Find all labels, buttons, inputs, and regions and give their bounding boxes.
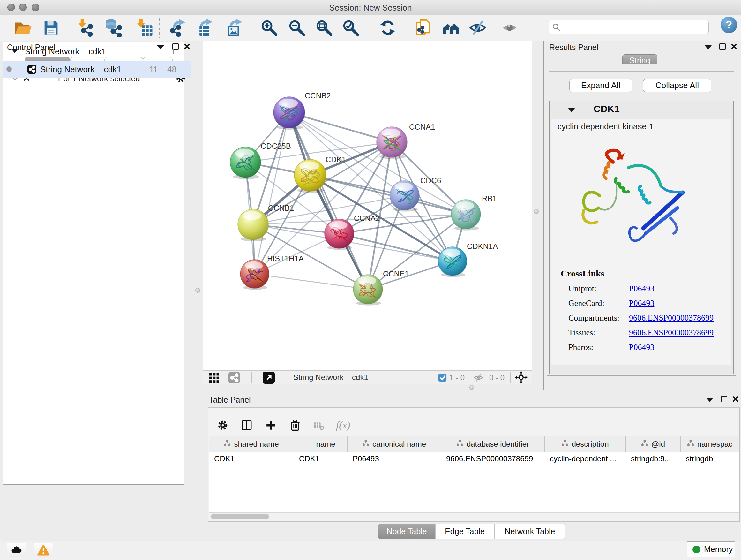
cell-shared-name[interactable]: CDK1 <box>209 452 294 465</box>
export-image-icon[interactable] <box>225 19 243 37</box>
warning-button[interactable] <box>34 543 53 557</box>
network-edge[interactable] <box>310 175 466 214</box>
network-canvas[interactable]: CCNB2CCNA1CDC25BCDK1CDC6RB1CCNB1CCNA2CDK… <box>203 41 532 370</box>
string-results-box: Expand All Collapse All CDK1 cyclin-depe… <box>547 64 736 376</box>
results-panel-menu-icon[interactable] <box>704 45 712 50</box>
table-panel-close-icon[interactable] <box>732 396 739 402</box>
cell-namespace[interactable]: stringdb <box>681 452 739 465</box>
create-column-plus-icon[interactable] <box>265 419 277 431</box>
zoom-selected-icon[interactable] <box>342 19 360 37</box>
zoom-fit-icon[interactable] <box>315 19 333 37</box>
tab-edge-table[interactable]: Edge Table <box>435 523 494 539</box>
control-panel: Control Panel Network Style Select Sets … <box>3 42 192 539</box>
network-view-share-icon[interactable] <box>228 372 240 383</box>
column-header-description[interactable]: description <box>545 436 626 452</box>
status-bar: Memory <box>0 541 741 560</box>
selected-checkbox-icon[interactable] <box>438 373 447 382</box>
toolbar-separator <box>373 18 374 38</box>
network-row-selected[interactable]: String Network – cdk1 11 48 <box>3 61 192 78</box>
collapse-all-button[interactable]: Collapse All <box>643 79 711 92</box>
cloud-button[interactable] <box>7 543 26 557</box>
memory-button[interactable]: Memory <box>687 542 735 557</box>
table-header-row: shared name name canonical name database… <box>209 436 739 452</box>
help-icon[interactable]: ? <box>721 17 737 33</box>
network-graph[interactable] <box>203 41 533 370</box>
string-network-icon <box>27 65 37 74</box>
scrollbar-thumb[interactable] <box>211 514 269 519</box>
zoom-out-icon[interactable] <box>288 19 306 37</box>
column-header-namespace[interactable]: namespac <box>681 436 739 452</box>
show-all-networks-icon[interactable] <box>442 19 460 37</box>
table-panel-menu-icon[interactable] <box>706 398 713 402</box>
import-table-icon[interactable] <box>135 19 153 37</box>
hide-selected-eye-slash-icon[interactable] <box>469 19 487 37</box>
node-label-cdk1: CDK1 <box>326 155 346 164</box>
collection-name: String Network – cdk1 <box>25 47 106 57</box>
table-panel-float-icon[interactable] <box>721 396 727 402</box>
zoom-in-icon[interactable] <box>260 19 278 37</box>
network-node-ccne1[interactable] <box>353 274 383 306</box>
network-node-ccnb1[interactable] <box>238 209 268 241</box>
network-node-hist1h1a[interactable] <box>240 260 269 290</box>
birdseye-view-icon[interactable] <box>263 372 275 384</box>
left-splitter-handle[interactable] <box>195 288 200 293</box>
crosslink-tissues-link[interactable]: 9606.ENSP00000378699 <box>629 328 714 337</box>
cell-name[interactable]: CDK1 <box>294 452 347 465</box>
delete-column-trash-icon[interactable] <box>289 419 301 431</box>
column-header-name[interactable]: name <box>294 436 347 452</box>
network-edge[interactable] <box>255 112 289 274</box>
grid-view-icon[interactable] <box>209 372 220 383</box>
network-node-cdk1[interactable] <box>294 159 326 193</box>
cell-description[interactable]: cyclin-dependent ... <box>545 452 626 465</box>
title-bar: Session: New Session <box>0 0 741 15</box>
import-network-database-icon[interactable] <box>105 19 122 37</box>
cell-canonical-name[interactable]: P06493 <box>347 452 441 465</box>
search-input[interactable] <box>563 21 704 32</box>
results-panel-close-icon[interactable] <box>731 44 737 50</box>
crosslink-uniprot-link[interactable]: P06493 <box>629 284 654 294</box>
tab-network-table[interactable]: Network Table <box>494 523 565 539</box>
network-collection-row[interactable]: String Network – cdk1 1 <box>3 44 192 60</box>
crosslink-compartments-link[interactable]: 9606.ENSP00000378699 <box>629 313 714 323</box>
search-field[interactable] <box>549 20 709 35</box>
right-splitter-handle[interactable] <box>534 209 539 214</box>
save-session-icon[interactable] <box>42 19 60 37</box>
network-node-cdc25b[interactable] <box>230 147 261 179</box>
expand-all-button[interactable]: Expand All <box>569 79 632 92</box>
network-node-rb1[interactable] <box>451 199 481 231</box>
network-node-cdc6[interactable] <box>390 181 419 212</box>
crosslink-genecard-link[interactable]: P06493 <box>629 299 654 308</box>
protein-name-header[interactable]: CDK1 <box>594 104 620 114</box>
column-header-database-identifier[interactable]: database identifier <box>441 436 545 452</box>
crosslink-label: Tissues: <box>568 328 595 337</box>
export-table-icon[interactable] <box>196 19 214 37</box>
show-columns-icon[interactable] <box>241 419 253 431</box>
crosslink-pharos-link[interactable]: P06493 <box>629 343 654 352</box>
open-session-icon[interactable] <box>14 19 32 37</box>
import-network-icon[interactable] <box>77 19 94 37</box>
cell-id[interactable]: stringdb:9... <box>626 452 681 465</box>
column-header-shared-name[interactable]: shared name <box>209 436 294 452</box>
collection-expand-icon[interactable] <box>11 49 18 53</box>
column-header-id[interactable]: @id <box>626 436 681 452</box>
protein-collapse-icon[interactable] <box>568 108 575 112</box>
export-network-icon[interactable] <box>169 19 187 37</box>
column-header-canonical-name[interactable]: canonical name <box>347 436 441 452</box>
tab-node-table[interactable]: Node Table <box>378 523 435 539</box>
clone-network-icon[interactable] <box>414 19 432 37</box>
network-edge[interactable] <box>255 274 368 289</box>
network-node-ccna2[interactable] <box>325 219 354 250</box>
column-tree-icon-5 <box>641 440 648 449</box>
cell-database-identifier[interactable]: 9606.ENSP00000378699 <box>441 452 545 465</box>
network-node-ccna1[interactable] <box>377 127 407 159</box>
update-network-icon[interactable] <box>379 19 397 37</box>
network-node-cdkn1a[interactable] <box>438 247 467 277</box>
results-panel-float-icon[interactable] <box>719 44 726 50</box>
horizontal-splitter-handle[interactable] <box>469 385 474 390</box>
network-edge[interactable] <box>289 112 392 142</box>
protein-structure-image <box>565 148 690 253</box>
table-horizontal-scrollbar[interactable] <box>209 512 739 521</box>
pan-crosshair-icon[interactable] <box>515 371 528 384</box>
protein-section: CDK1 cyclin-dependent kinase 1 <box>549 101 734 374</box>
table-options-gear-icon[interactable] <box>217 419 229 431</box>
